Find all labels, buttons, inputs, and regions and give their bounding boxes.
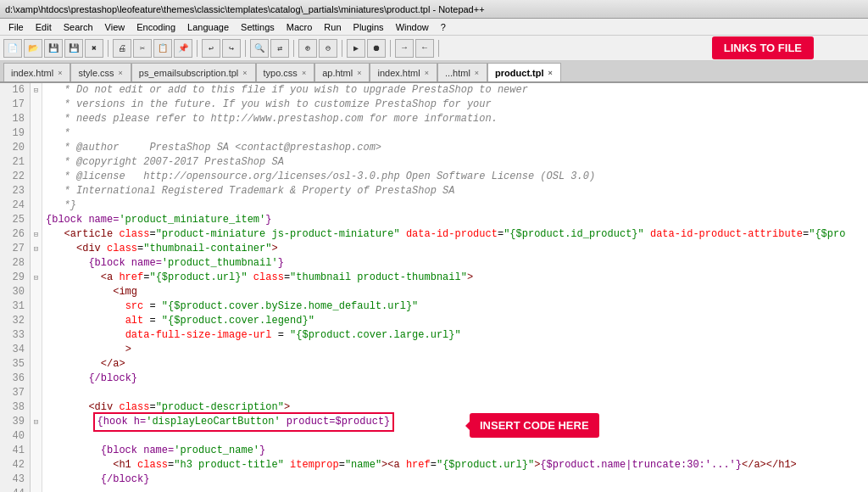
toolbar-zoom-out[interactable]: ⊖ bbox=[319, 39, 337, 58]
toolbar-undo[interactable]: ↩ bbox=[202, 39, 220, 58]
code-line-27: <div class="thumbnail-container"> bbox=[46, 242, 865, 256]
menu-search[interactable]: Search bbox=[58, 21, 98, 33]
menu-view[interactable]: View bbox=[100, 21, 131, 33]
line-num-31: 31 bbox=[5, 299, 25, 314]
line-numbers: 16 17 18 19 20 21 22 23 24 25 26 27 28 2… bbox=[0, 83, 31, 492]
tab-bar: index.html × style.css × ps_emailsubscri… bbox=[0, 61, 868, 83]
menu-file[interactable]: File bbox=[3, 21, 29, 33]
toolbar-print[interactable]: 🖨 bbox=[113, 39, 131, 58]
menu-plugins[interactable]: Plugins bbox=[348, 21, 389, 33]
fold-empty-23 bbox=[31, 472, 42, 487]
fold-empty-5 bbox=[31, 155, 42, 170]
tab-close-icon[interactable]: × bbox=[118, 69, 124, 77]
code-line-25: {block name='product_miniature_item'} bbox=[46, 213, 865, 227]
tab-ellipsis-html[interactable]: ...html × bbox=[437, 63, 487, 81]
code-line-18: * needs please refer to http://www.prest… bbox=[46, 112, 865, 126]
tab-close-icon[interactable]: × bbox=[548, 69, 554, 77]
toolbar-zoom-in[interactable]: ⊕ bbox=[298, 39, 317, 58]
toolbar-find[interactable]: 🔍 bbox=[250, 39, 269, 58]
line-num-30: 30 bbox=[5, 285, 25, 299]
line-num-38: 38 bbox=[5, 400, 25, 415]
code-line-16: * Do not edit or add to this file if you… bbox=[46, 83, 865, 98]
toolbar-replace[interactable]: ⇄ bbox=[270, 39, 289, 58]
menu-help[interactable]: ? bbox=[436, 21, 451, 33]
code-line-32: alt = "{$product.cover.legend}" bbox=[46, 314, 865, 328]
toolbar-macro2[interactable]: ⏺ bbox=[367, 39, 386, 58]
toolbar-new[interactable]: 📄 bbox=[3, 39, 22, 58]
hook-code-span: {hook h='displayLeoCartButton' product=$… bbox=[95, 414, 393, 430]
code-line-19: * bbox=[46, 126, 865, 141]
toolbar-close[interactable]: ✖ bbox=[85, 39, 103, 58]
fold-empty-6 bbox=[31, 170, 42, 184]
menu-settings[interactable]: Settings bbox=[236, 21, 280, 33]
tab-label: index.html bbox=[11, 68, 53, 78]
toolbar-indent[interactable]: → bbox=[395, 39, 414, 58]
line-num-18: 18 bbox=[5, 112, 25, 126]
tab-close-icon[interactable]: × bbox=[57, 69, 63, 77]
tab-index-html-1[interactable]: index.html × bbox=[3, 63, 70, 81]
toolbar-copy[interactable]: 📋 bbox=[153, 39, 172, 58]
tab-close-icon[interactable]: × bbox=[474, 69, 480, 77]
tab-ap-html[interactable]: ap.html × bbox=[314, 63, 370, 81]
toolbar-paste[interactable]: 📌 bbox=[174, 39, 192, 58]
tab-close-icon[interactable]: × bbox=[301, 69, 307, 77]
fold-27[interactable]: ⊟ bbox=[31, 242, 42, 256]
code-line-17: * versions in the future. If you wish to… bbox=[46, 98, 865, 112]
tab-ps-emailsubscription[interactable]: ps_emailsubscription.tpl × bbox=[131, 63, 256, 81]
fold-29[interactable]: ⊟ bbox=[31, 271, 42, 285]
code-line-40 bbox=[46, 429, 865, 444]
line-num-32: 32 bbox=[5, 314, 25, 328]
tab-close-icon[interactable]: × bbox=[242, 69, 248, 77]
menu-run[interactable]: Run bbox=[319, 21, 346, 33]
fold-empty-24 bbox=[31, 487, 42, 492]
menu-encoding[interactable]: Encoding bbox=[131, 21, 181, 33]
menu-window[interactable]: Window bbox=[391, 21, 434, 33]
fold-26[interactable]: ⊟ bbox=[31, 83, 42, 98]
tab-typo-css[interactable]: typo.css × bbox=[256, 63, 315, 81]
toolbar-right: LINKS TO FILE bbox=[443, 38, 865, 59]
toolbar: 📄 📂 💾 💾 ✖ 🖨 ✂ 📋 📌 ↩ ↪ 🔍 ⇄ ⊕ ⊖ ▶ ⏺ → ← LI… bbox=[0, 36, 868, 61]
fold-26b[interactable]: ⊟ bbox=[31, 227, 42, 242]
toolbar-save-all[interactable]: 💾 bbox=[64, 39, 83, 58]
separator-4 bbox=[293, 40, 294, 57]
code-line-31: src = "{$product.cover.bySize.home_defau… bbox=[46, 299, 865, 314]
code-line-37 bbox=[46, 386, 865, 400]
line-num-37: 37 bbox=[5, 386, 25, 400]
tab-index-html-2[interactable]: index.html × bbox=[370, 63, 437, 81]
code-line-35: </a> bbox=[46, 357, 865, 372]
menu-edit[interactable]: Edit bbox=[31, 21, 57, 33]
code-line-36: {/block} bbox=[46, 372, 865, 386]
tab-close-icon[interactable]: × bbox=[424, 69, 430, 77]
toolbar-save[interactable]: 💾 bbox=[44, 39, 63, 58]
menu-macro[interactable]: Macro bbox=[281, 21, 318, 33]
toolbar-unindent[interactable]: ← bbox=[415, 39, 434, 58]
toolbar-macro[interactable]: ▶ bbox=[347, 39, 365, 58]
line-num-26: 26 bbox=[5, 227, 25, 242]
code-line-21: * @copyright 2007-2017 PrestaShop SA bbox=[46, 155, 865, 170]
line-num-25: 25 bbox=[5, 213, 25, 227]
line-num-20: 20 bbox=[5, 141, 25, 155]
line-num-21: 21 bbox=[5, 155, 25, 170]
line-num-23: 23 bbox=[5, 184, 25, 198]
code-line-41: {block name='product_name'} bbox=[46, 444, 865, 458]
code-line-38: <div class="product-description"> bbox=[46, 400, 865, 415]
code-line-34: > bbox=[46, 343, 865, 357]
tab-product-tpl[interactable]: product.tpl × bbox=[487, 63, 561, 81]
toolbar-redo[interactable]: ↪ bbox=[222, 39, 241, 58]
code-line-29: <a href="{$product.url}" class="thumbnai… bbox=[46, 271, 865, 285]
toolbar-open[interactable]: 📂 bbox=[24, 39, 42, 58]
fold-empty-9 bbox=[31, 213, 42, 227]
code-line-30: <img bbox=[46, 285, 865, 299]
toolbar-cut[interactable]: ✂ bbox=[133, 39, 152, 58]
links-to-file-callout: LINKS TO FILE bbox=[712, 36, 814, 59]
separator-1 bbox=[108, 40, 108, 57]
fold-empty-13 bbox=[31, 314, 42, 328]
line-num-19: 19 bbox=[5, 126, 25, 141]
line-num-17: 17 bbox=[5, 98, 25, 112]
fold-39[interactable]: ⊟ bbox=[31, 415, 42, 429]
tab-close-icon[interactable]: × bbox=[356, 69, 362, 77]
tab-style-css[interactable]: style.css × bbox=[70, 63, 131, 81]
menu-language[interactable]: Language bbox=[182, 21, 234, 33]
fold-empty-19 bbox=[31, 400, 42, 415]
code-content[interactable]: * Do not edit or add to this file if you… bbox=[42, 83, 868, 492]
